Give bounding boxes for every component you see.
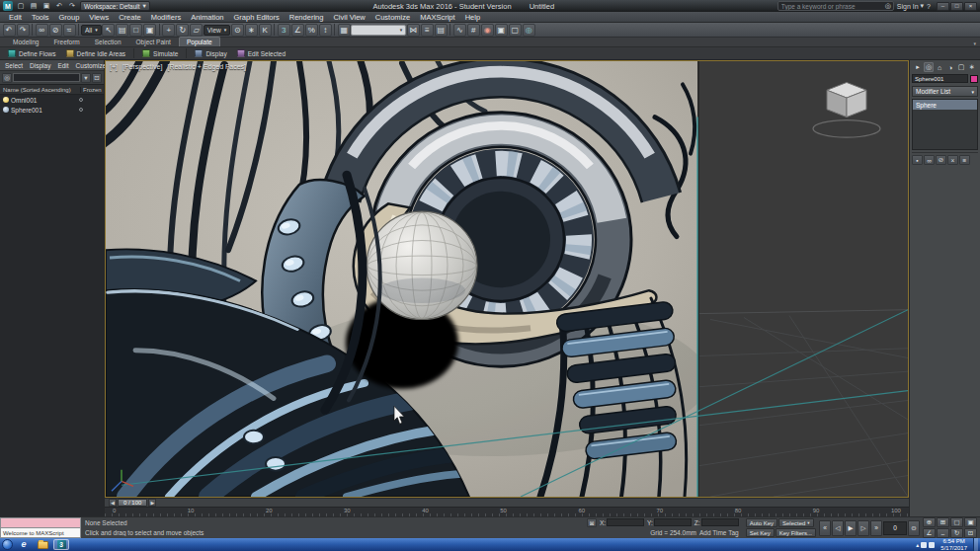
time-configuration-button[interactable]: ⊙ xyxy=(908,520,920,536)
column-header-frozen[interactable]: Frozen xyxy=(80,87,104,93)
material-editor-icon[interactable]: ◉ xyxy=(481,24,494,37)
object-color-swatch[interactable] xyxy=(970,75,978,83)
layer-manager-icon[interactable]: ▤ xyxy=(435,24,448,37)
percent-snap-icon[interactable]: % xyxy=(305,24,318,37)
redo-icon[interactable]: ↷ xyxy=(17,24,30,37)
snap-toggle-icon[interactable]: 3 xyxy=(278,24,290,37)
frozen-toggle-icon[interactable] xyxy=(79,108,83,112)
spinner-snap-icon[interactable]: ↕ xyxy=(319,24,332,37)
selection-lock-icon[interactable]: ⊠ xyxy=(587,518,597,527)
save-file-icon[interactable]: ▣ xyxy=(41,1,51,11)
list-item[interactable]: Sphere001 xyxy=(0,105,104,115)
set-key-button[interactable]: Set Key xyxy=(746,528,775,537)
menu-rendering[interactable]: Rendering xyxy=(285,12,329,22)
internet-explorer-button[interactable]: e xyxy=(16,539,32,550)
hierarchy-tab-icon[interactable]: ⌂ xyxy=(935,62,944,72)
network-icon[interactable] xyxy=(921,542,927,548)
rendered-frame-window-icon[interactable]: ▢ xyxy=(509,24,522,37)
select-by-name-icon[interactable]: ▤ xyxy=(116,24,128,37)
edit-selected-button[interactable]: Edit Selected xyxy=(233,48,289,59)
bind-to-space-warp-icon[interactable]: ≈ xyxy=(63,24,76,37)
go-to-end-button[interactable]: » xyxy=(870,520,882,536)
unlink-selection-icon[interactable]: ⊘ xyxy=(49,24,62,37)
render-production-icon[interactable]: ◎ xyxy=(523,24,535,37)
zoom-extents-all-icon[interactable]: ▣ xyxy=(964,517,977,527)
make-unique-icon[interactable]: ⊘ xyxy=(936,155,946,165)
current-frame-field[interactable]: 0 xyxy=(883,521,907,535)
explorer-menu-customize[interactable]: Customize xyxy=(76,62,107,69)
use-pivot-center-icon[interactable]: ⊙ xyxy=(231,24,244,37)
sign-in-button[interactable]: Sign In ▾ xyxy=(897,2,924,10)
object-name-field[interactable]: Sphere001 xyxy=(912,74,968,83)
viewport-shading-menu[interactable]: [Realistic + Edged Faces] xyxy=(167,63,246,70)
maximize-viewport-toggle-icon[interactable]: ⊡ xyxy=(964,528,977,538)
modify-tab-icon[interactable]: ◎ xyxy=(924,62,934,72)
select-and-move-icon[interactable]: + xyxy=(162,24,175,37)
configure-modifier-sets-icon[interactable]: ≡ xyxy=(959,155,970,165)
remove-modifier-icon[interactable]: × xyxy=(947,155,958,165)
explorer-search-input[interactable] xyxy=(13,73,80,82)
define-flows-button[interactable]: Define Flows xyxy=(4,48,60,59)
rectangular-selection-region-icon[interactable]: □ xyxy=(129,24,142,37)
play-button[interactable]: ▶ xyxy=(845,520,857,536)
search-icon[interactable]: ◎ xyxy=(885,2,891,10)
menu-group[interactable]: Group xyxy=(53,12,84,22)
menu-animation[interactable]: Animation xyxy=(186,12,228,22)
show-desktop-button[interactable] xyxy=(973,538,978,551)
display-tab-icon[interactable]: ▢ xyxy=(956,62,966,72)
window-crossing-icon[interactable]: ▣ xyxy=(143,24,156,37)
named-selection-sets-dropdown[interactable]: ▾ xyxy=(351,25,406,36)
select-and-rotate-icon[interactable]: ↻ xyxy=(176,24,189,37)
selected-dropdown[interactable]: Selected ▾ xyxy=(778,518,814,527)
listener-line[interactable]: Welcome to MAXScript xyxy=(0,528,81,538)
zoom-extents-icon[interactable]: ▢ xyxy=(950,517,963,527)
viewport-pov-menu[interactable]: [Perspective] xyxy=(122,63,162,70)
angle-snap-icon[interactable]: ∠ xyxy=(291,24,304,37)
list-item[interactable]: Omni001 xyxy=(0,95,104,105)
taskbar-clock[interactable]: 6:54 PM 5/17/2017 xyxy=(938,538,970,551)
curve-editor-icon[interactable]: ∿ xyxy=(453,24,466,37)
maximize-button[interactable]: □ xyxy=(950,2,963,11)
motion-tab-icon[interactable]: ◑ xyxy=(945,62,955,72)
field-of-view-icon[interactable]: ∠ xyxy=(923,528,936,538)
selection-filter-dropdown[interactable]: All ▾ xyxy=(81,25,102,36)
select-object-icon[interactable]: ↖ xyxy=(102,24,115,37)
workspace-selector[interactable]: Workspace: Default ▾ xyxy=(80,1,150,11)
menu-customize[interactable]: Customize xyxy=(370,12,415,22)
modifier-stack-item[interactable]: Sphere xyxy=(913,100,977,110)
simulate-button[interactable]: Simulate xyxy=(138,48,182,59)
ribbon-minimize-icon[interactable]: ▾ xyxy=(973,40,976,46)
menu-tools[interactable]: Tools xyxy=(27,12,54,22)
next-frame-icon[interactable]: ▶ xyxy=(148,499,156,507)
application-menu-button[interactable]: M xyxy=(3,1,13,11)
select-and-manipulate-icon[interactable]: ∗ xyxy=(245,24,258,37)
zoom-all-icon[interactable]: ⊞ xyxy=(937,517,949,527)
tab-freeform[interactable]: Freeform xyxy=(46,38,86,46)
edit-named-selection-sets-icon[interactable]: ▦ xyxy=(338,24,351,37)
explorer-menu-edit[interactable]: Edit xyxy=(57,62,68,69)
select-and-scale-icon[interactable]: ▱ xyxy=(190,24,203,37)
file-explorer-button[interactable] xyxy=(35,539,50,550)
perspective-viewport[interactable]: [+] [Perspective] [Realistic + Edged Fac… xyxy=(105,60,909,498)
menu-maxscript[interactable]: MAXScript xyxy=(415,12,459,22)
tab-populate[interactable]: Populate xyxy=(179,37,220,46)
explorer-lock-icon[interactable]: ⊡ xyxy=(92,73,102,83)
help-icon[interactable]: ? xyxy=(927,3,931,10)
utilities-tab-icon[interactable]: ∗ xyxy=(967,62,977,72)
zoom-icon[interactable]: ⊕ xyxy=(923,517,936,527)
redo-icon[interactable]: ↷ xyxy=(67,1,77,11)
explorer-filter-icon[interactable]: ▾ xyxy=(81,73,91,83)
key-filters-button[interactable]: Key Filters... xyxy=(776,528,816,537)
select-and-link-icon[interactable]: ∞ xyxy=(36,24,48,37)
render-setup-icon[interactable]: ▣ xyxy=(495,24,508,37)
frozen-toggle-icon[interactable] xyxy=(79,98,83,102)
menu-modifiers[interactable]: Modifiers xyxy=(146,12,186,22)
viewport-general-menu[interactable]: [+] xyxy=(110,63,118,70)
menu-views[interactable]: Views xyxy=(84,12,114,22)
new-scene-icon[interactable]: ▢ xyxy=(16,1,26,11)
previous-frame-icon[interactable]: ◀ xyxy=(109,499,117,507)
time-slider-handle[interactable]: 0 / 100 xyxy=(118,499,147,507)
y-coordinate-input[interactable] xyxy=(654,518,692,526)
undo-icon[interactable]: ↶ xyxy=(3,24,16,37)
modifier-stack[interactable]: Sphere xyxy=(912,99,978,150)
